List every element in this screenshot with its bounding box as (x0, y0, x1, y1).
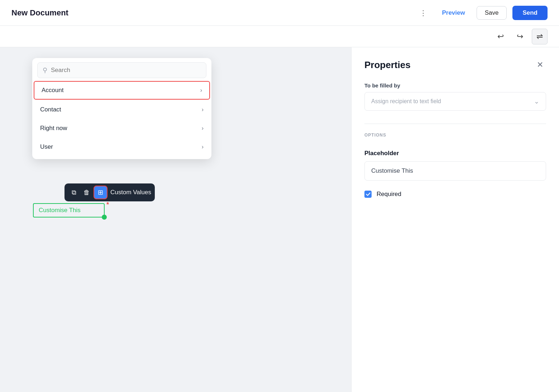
chevron-right-icon-contact: › (202, 106, 204, 113)
required-asterisk: * (106, 201, 109, 209)
menu-item-user[interactable]: User › (32, 138, 211, 156)
header: New Document ⋮ Preview Save Send (0, 0, 559, 26)
required-label: Required (377, 191, 401, 198)
settings-button[interactable]: ⇌ (532, 29, 548, 44)
required-row: Required (364, 191, 546, 198)
options-section-label: OPTIONS (364, 124, 546, 141)
header-actions: ⋮ Preview Save Send (416, 6, 548, 20)
delete-field-button[interactable]: 🗑 (80, 187, 94, 199)
menu-item-account[interactable]: Account › (34, 81, 210, 100)
document-title: New Document (11, 8, 68, 18)
menu-item-rightnow-label: Right now (40, 125, 67, 132)
required-checkbox[interactable] (364, 191, 372, 198)
properties-panel: Properties ✕ To be filled by Assign reci… (351, 47, 559, 392)
resize-handle[interactable] (102, 215, 107, 220)
main-content: ⚲ Account › Contact › Right now › User › (0, 47, 559, 392)
document-area: ⚲ Account › Contact › Right now › User › (0, 47, 351, 392)
text-field-element[interactable]: Customise This * (33, 203, 105, 217)
to-be-filled-label: To be filled by (364, 82, 546, 89)
preview-button[interactable]: Preview (436, 6, 470, 19)
save-button[interactable]: Save (477, 6, 507, 20)
floating-toolbar: ⧉ 🗑 ⊞ Custom Values (64, 183, 155, 201)
placeholder-label: Placeholder (364, 150, 546, 157)
copy-field-button[interactable]: ⧉ (68, 187, 80, 199)
chevron-down-icon: ⌄ (534, 97, 539, 105)
menu-item-account-label: Account (42, 87, 63, 94)
chevron-right-icon-account: › (200, 87, 202, 94)
placeholder-input[interactable] (364, 161, 546, 181)
toolbar: ↩ ↪ ⇌ (0, 26, 559, 47)
close-panel-button[interactable]: ✕ (534, 59, 546, 71)
custom-values-icon-button[interactable]: ⊞ (94, 186, 108, 199)
custom-values-label: Custom Values (108, 189, 151, 196)
undo-button[interactable]: ↩ (493, 29, 508, 44)
more-button[interactable]: ⋮ (416, 6, 430, 19)
assign-recipient-placeholder: Assign recipient to text field (371, 98, 441, 105)
dropdown-menu: ⚲ Account › Contact › Right now › User › (32, 58, 211, 159)
copy-icon: ⧉ (72, 189, 76, 196)
text-field-value: Customise This (39, 207, 81, 214)
chevron-right-icon-user: › (202, 144, 204, 150)
search-box[interactable]: ⚲ (37, 62, 206, 78)
delete-icon: 🗑 (83, 189, 90, 196)
menu-item-contact-label: Contact (40, 106, 61, 113)
search-icon: ⚲ (43, 66, 47, 74)
send-button[interactable]: Send (512, 6, 548, 20)
panel-title: Properties (364, 59, 411, 71)
menu-item-contact[interactable]: Contact › (32, 100, 211, 119)
menu-item-user-label: User (40, 143, 53, 150)
search-input[interactable] (51, 67, 201, 74)
redo-button[interactable]: ↪ (512, 29, 527, 44)
custom-values-field-icon: ⊞ (98, 188, 103, 196)
panel-header: Properties ✕ (364, 59, 546, 71)
assign-recipient-dropdown[interactable]: Assign recipient to text field ⌄ (364, 92, 546, 111)
menu-item-rightnow[interactable]: Right now › (32, 119, 211, 138)
chevron-right-icon-rightnow: › (202, 125, 204, 132)
